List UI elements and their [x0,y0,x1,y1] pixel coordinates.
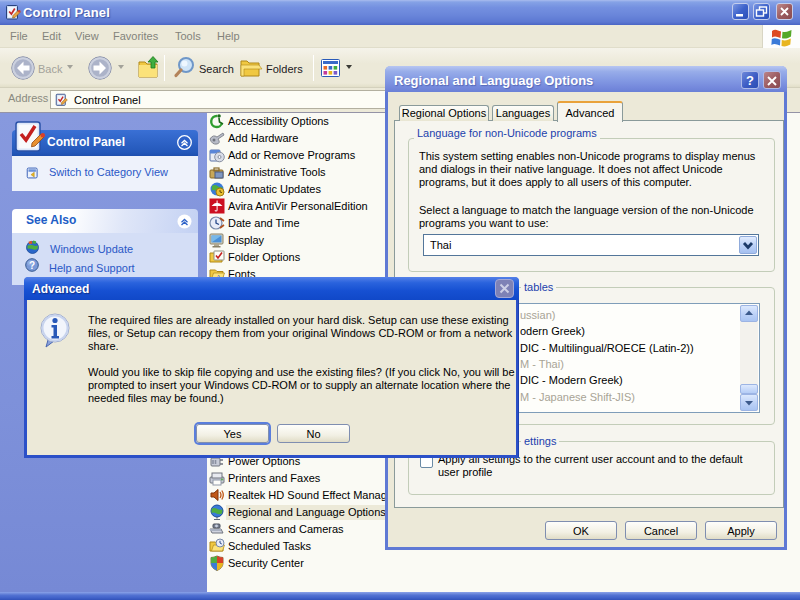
svg-text:?: ? [29,260,35,271]
